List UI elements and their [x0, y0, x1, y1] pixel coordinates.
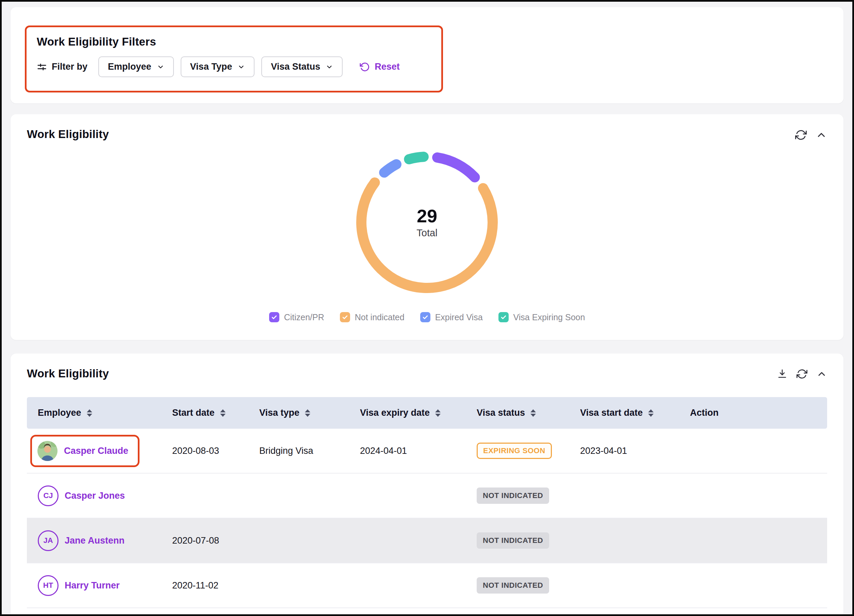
- employee-name-link[interactable]: Harry Turner: [65, 580, 120, 591]
- visa-status-cell: EXPIRING SOON: [466, 443, 569, 459]
- donut-svg: [349, 144, 505, 301]
- table-card-actions: [777, 368, 827, 379]
- sync-icon: [796, 368, 807, 379]
- sort-arrows-icon[interactable]: [87, 409, 92, 417]
- column-label: Visa type: [259, 408, 299, 418]
- chevron-up-icon: [816, 368, 827, 379]
- checkmark-icon: [342, 314, 348, 321]
- filter-row: Filter by Employee Visa Type Visa Status: [37, 56, 431, 77]
- employee-cell: JAJane Austenn: [27, 530, 161, 551]
- table-body: Casper Claude2020-08-03Bridging Visa2024…: [27, 429, 827, 608]
- refresh-button[interactable]: [796, 368, 807, 379]
- checkmark-icon: [271, 314, 278, 321]
- collapse-button[interactable]: [816, 368, 827, 379]
- column-header-start-date[interactable]: Start date: [161, 408, 249, 418]
- column-header-action: Action: [679, 408, 827, 418]
- column-header-visa-start-date[interactable]: Visa start date: [569, 408, 679, 418]
- legend-item: Expired Visa: [420, 312, 483, 322]
- column-label: Action: [690, 408, 718, 418]
- work-eligibility-table-card: Work Eligibility EmployeeStart dateVisa …: [11, 354, 843, 616]
- column-label: Visa start date: [580, 408, 643, 418]
- legend-checkbox[interactable]: [499, 312, 509, 322]
- start-date-cell: 2020-07-08: [161, 535, 249, 546]
- legend-checkbox[interactable]: [420, 312, 430, 322]
- portrait-photo: [37, 441, 58, 461]
- work-eligibility-table: EmployeeStart dateVisa typeVisa expiry d…: [27, 397, 827, 608]
- legend-label: Visa Expiring Soon: [514, 312, 585, 322]
- visa-expiry-date-cell: 2024-04-01: [349, 446, 466, 456]
- column-header-visa-status[interactable]: Visa status: [466, 408, 569, 418]
- filter-by-label: Filter by: [52, 62, 87, 72]
- visa-status-cell: NOT INDICATED: [466, 488, 569, 504]
- table-row: HTHarry Turner2020-11-02NOT INDICATED: [27, 563, 827, 608]
- download-icon: [777, 368, 788, 379]
- chevron-down-icon: [157, 63, 164, 71]
- employee-name-link[interactable]: Casper Jones: [65, 491, 125, 501]
- chart-legend: Citizen/PRNot indicatedExpired VisaVisa …: [27, 312, 827, 322]
- table-row: Casper Claude2020-08-03Bridging Visa2024…: [27, 429, 827, 473]
- visa-start-date-cell: 2023-04-01: [569, 446, 679, 456]
- checkmark-icon: [422, 314, 429, 321]
- visa-type-filter-dropdown[interactable]: Visa Type: [181, 56, 255, 77]
- column-header-visa-type[interactable]: Visa type: [249, 408, 349, 418]
- dropdown-label: Visa Type: [190, 62, 232, 72]
- employee-name-link[interactable]: Jane Austenn: [65, 535, 125, 546]
- legend-checkbox[interactable]: [269, 312, 279, 322]
- table-card-header: Work Eligibility: [27, 367, 827, 380]
- chart-card-title: Work Eligibility: [27, 128, 109, 141]
- employee-avatar-initials[interactable]: JA: [38, 530, 58, 551]
- reset-button[interactable]: Reset: [360, 62, 400, 72]
- employee-name-link[interactable]: Casper Claude: [64, 446, 128, 456]
- donut-segment-not-indicated[interactable]: [361, 183, 493, 288]
- work-eligibility-chart-card: Work Eligibility 29 Total Citizen/PRNot …: [11, 114, 843, 340]
- employee-link[interactable]: HTHarry Turner: [38, 575, 120, 596]
- employee-avatar-initials[interactable]: CJ: [38, 485, 58, 506]
- visa-status-cell: NOT INDICATED: [466, 532, 569, 549]
- employee-cell: CJCasper Jones: [27, 485, 161, 506]
- donut-segment-citizen-pr[interactable]: [437, 157, 475, 177]
- chevron-down-icon: [238, 63, 245, 71]
- employee-avatar-photo[interactable]: [37, 441, 58, 461]
- legend-label: Expired Visa: [435, 312, 483, 322]
- sort-arrows-icon[interactable]: [531, 409, 536, 417]
- chart-card-actions: [795, 129, 827, 141]
- sort-arrows-icon[interactable]: [220, 409, 226, 417]
- donut-segment-expired-visa[interactable]: [384, 164, 396, 172]
- sort-arrows-icon[interactable]: [648, 409, 654, 417]
- dropdown-label: Visa Status: [271, 62, 320, 72]
- legend-item: Not indicated: [340, 312, 404, 322]
- table-row: CJCasper JonesNOT INDICATED: [27, 473, 827, 519]
- legend-item: Citizen/PR: [269, 312, 324, 322]
- visa-status-badge: NOT INDICATED: [477, 577, 549, 593]
- employee-link-highlighted[interactable]: Casper Claude: [30, 435, 139, 467]
- start-date-cell: 2020-11-02: [161, 580, 249, 591]
- visa-status-filter-dropdown[interactable]: Visa Status: [261, 56, 343, 77]
- refresh-button[interactable]: [795, 129, 807, 141]
- sort-arrows-icon[interactable]: [435, 409, 441, 417]
- sort-arrows-icon[interactable]: [305, 409, 310, 417]
- download-button[interactable]: [777, 368, 788, 379]
- visa-status-badge: EXPIRING SOON: [477, 443, 552, 459]
- employee-avatar-initials[interactable]: HT: [38, 575, 58, 596]
- column-label: Start date: [172, 408, 215, 418]
- tune-icon: [37, 62, 47, 72]
- column-header-employee[interactable]: Employee: [27, 408, 161, 418]
- filters-card-title: Work Eligibility Filters: [37, 35, 431, 48]
- legend-label: Citizen/PR: [284, 312, 324, 322]
- donut-segment-visa-expiring-soon[interactable]: [409, 157, 424, 159]
- employee-filter-dropdown[interactable]: Employee: [98, 56, 174, 77]
- visa-status-cell: NOT INDICATED: [466, 577, 569, 593]
- legend-item: Visa Expiring Soon: [499, 312, 585, 322]
- rotate-ccw-icon: [360, 62, 370, 72]
- employee-link[interactable]: CJCasper Jones: [38, 485, 125, 506]
- table-header-row: EmployeeStart dateVisa typeVisa expiry d…: [27, 397, 827, 429]
- page: Work Eligibility Filters Filter by Emplo…: [2, 2, 852, 616]
- employee-cell: Casper Claude: [27, 435, 161, 467]
- legend-checkbox[interactable]: [340, 312, 350, 322]
- employee-link[interactable]: JAJane Austenn: [38, 530, 125, 551]
- column-header-visa-expiry-date[interactable]: Visa expiry date: [349, 408, 466, 418]
- column-label: Visa expiry date: [360, 408, 430, 418]
- column-label: Employee: [38, 408, 81, 418]
- collapse-button[interactable]: [816, 129, 827, 141]
- filters-highlight-outline: Work Eligibility Filters Filter by Emplo…: [25, 26, 443, 93]
